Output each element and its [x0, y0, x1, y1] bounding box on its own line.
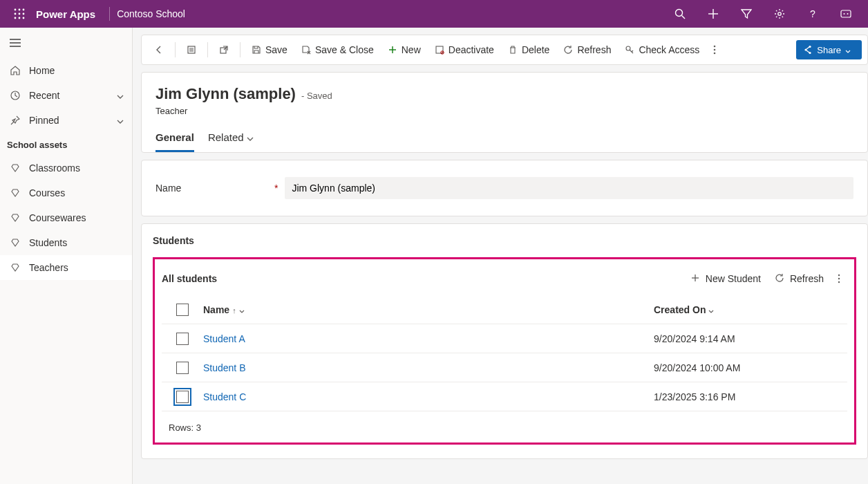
column-header-created[interactable]: Created On [654, 304, 847, 315]
svg-line-10 [682, 16, 686, 19]
pin-icon [8, 115, 22, 125]
grid-row[interactable]: Student B 9/20/2024 10:00 AM [162, 353, 847, 382]
svg-point-6 [15, 17, 17, 19]
name-field-label: Name [155, 183, 274, 194]
save-close-button[interactable]: Save & Close [294, 39, 381, 61]
chevron-down-icon [708, 306, 714, 315]
nav-collapse-icon[interactable] [0, 28, 132, 58]
deactivate-button[interactable]: Deactivate [428, 39, 501, 61]
cell-created: 9/20/2024 10:00 AM [654, 362, 847, 373]
back-button[interactable] [147, 39, 171, 61]
tab-label: Related [208, 131, 244, 143]
new-student-button[interactable]: New Student [683, 268, 768, 289]
tab-related[interactable]: Related [208, 131, 254, 152]
check-access-button[interactable]: Check Access [618, 39, 706, 61]
students-subgrid-section: Students All students New Student Refres… [141, 223, 868, 459]
row-checkbox[interactable] [176, 333, 189, 345]
share-icon [803, 45, 813, 55]
svg-marker-13 [742, 10, 751, 18]
search-icon[interactable] [663, 0, 697, 28]
student-link[interactable]: Student A [203, 333, 245, 344]
svg-point-44 [838, 281, 840, 283]
svg-point-38 [805, 48, 807, 50]
svg-point-39 [809, 52, 811, 54]
entity-icon [8, 213, 22, 223]
name-field-section: Name * [141, 160, 868, 216]
subgrid-more-button[interactable] [831, 274, 847, 283]
delete-button[interactable]: Delete [501, 39, 556, 61]
select-all-checkbox[interactable] [176, 304, 189, 316]
add-icon[interactable] [697, 0, 730, 28]
svg-point-37 [809, 46, 811, 48]
svg-point-4 [19, 13, 21, 15]
required-indicator: * [274, 183, 278, 194]
row-checkbox[interactable] [176, 362, 189, 374]
new-button[interactable]: New [381, 39, 428, 61]
svg-point-3 [15, 13, 17, 15]
record-save-status: - Saved [301, 91, 332, 101]
tab-general[interactable]: General [155, 131, 194, 152]
back-arrow-icon [154, 45, 164, 55]
more-commands-button[interactable] [706, 39, 723, 61]
column-label: Name [203, 304, 229, 315]
svg-point-14 [778, 12, 781, 15]
nav-home[interactable]: Home [0, 58, 132, 83]
chevron-down-icon [239, 306, 245, 315]
nav-recent[interactable]: Recent [0, 83, 132, 108]
main-content: Save Save & Close New Deactivate Delete … [133, 28, 868, 484]
svg-point-17 [844, 13, 845, 15]
home-icon [8, 66, 22, 75]
nav-recent-label: Recent [29, 90, 117, 101]
nav-coursewares[interactable]: Coursewares [0, 205, 132, 230]
svg-point-18 [847, 13, 849, 15]
svg-point-36 [714, 53, 716, 55]
plus-icon [690, 273, 700, 285]
student-link[interactable]: Student B [203, 362, 246, 373]
share-button[interactable]: Share [796, 40, 862, 59]
help-icon[interactable]: ? [796, 0, 829, 28]
command-bar: Save Save & Close New Deactivate Delete … [141, 35, 868, 65]
svg-point-42 [838, 274, 840, 276]
chevron-down-icon [247, 131, 254, 143]
save-button[interactable]: Save [245, 39, 294, 61]
refresh-label: Refresh [577, 44, 611, 55]
assistant-icon[interactable] [829, 0, 862, 28]
nav-label: Coursewares [29, 212, 124, 223]
grid-row[interactable]: Student C 1/23/2025 3:16 PM [162, 382, 847, 411]
student-link[interactable]: Student C [203, 391, 246, 402]
annotation-highlight: All students New Student Refresh Name↑ C… [153, 257, 856, 445]
app-name: Contoso School [117, 8, 185, 19]
nav-classrooms[interactable]: Classrooms [0, 156, 132, 180]
row-count: Rows: 3 [162, 422, 847, 433]
svg-rect-30 [436, 46, 443, 53]
svg-point-7 [19, 17, 21, 19]
nav-teachers[interactable]: Teachers [0, 255, 132, 280]
subgrid-section-title: Students [153, 235, 856, 246]
open-new-window-button[interactable] [212, 39, 236, 61]
settings-gear-icon[interactable] [763, 0, 796, 28]
entity-icon [8, 163, 22, 173]
filter-icon[interactable] [730, 0, 763, 28]
cell-created: 1/23/2025 3:16 PM [654, 391, 847, 402]
app-launcher-icon[interactable] [6, 0, 33, 28]
grid-row[interactable]: Student A 9/20/2024 9:14 AM [162, 324, 847, 353]
column-header-name[interactable]: Name↑ [203, 304, 654, 315]
record-header: Jim Glynn (sample) - Saved Teacher Gener… [141, 72, 868, 153]
nav-students[interactable]: Students [0, 230, 132, 255]
nav-group-header: School assets [0, 133, 132, 156]
new-label: New [402, 44, 421, 55]
cell-created: 9/20/2024 9:14 AM [654, 333, 847, 344]
form-tabs: General Related [155, 131, 853, 152]
tab-label: General [155, 131, 194, 143]
sort-asc-icon: ↑ [232, 306, 236, 315]
row-checkbox[interactable] [176, 391, 189, 403]
global-header: Power Apps Contoso School ? [0, 0, 868, 28]
subgrid-refresh-button[interactable]: Refresh [768, 268, 831, 289]
name-input[interactable] [285, 177, 853, 199]
nav-courses[interactable]: Courses [0, 180, 132, 205]
subgrid-view-name[interactable]: All students [162, 273, 217, 284]
nav-pinned[interactable]: Pinned [0, 108, 132, 133]
svg-point-1 [19, 9, 21, 11]
record-set-button[interactable] [180, 39, 203, 61]
refresh-button[interactable]: Refresh [556, 39, 618, 61]
